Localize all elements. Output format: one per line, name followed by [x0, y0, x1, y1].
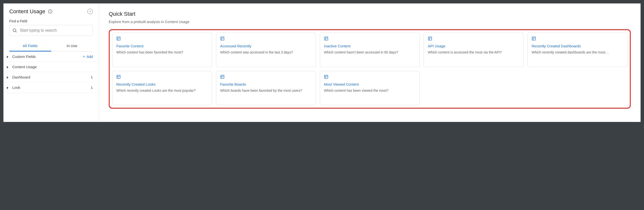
svg-marker-5: [7, 56, 8, 58]
card-title: Most Viewed Content: [324, 82, 416, 87]
card-description: Which content has been favorited the mos…: [116, 50, 208, 55]
svg-marker-9: [7, 76, 8, 79]
svg-marker-8: [7, 66, 8, 68]
field-count: 1: [91, 75, 93, 79]
dashboard-icon: [324, 36, 416, 42]
app-frame: Content Usage Find a Field All Fields In…: [4, 4, 640, 122]
collapse-panel-icon[interactable]: [88, 9, 93, 14]
dashboard-icon: [324, 75, 416, 80]
quick-start-subtitle: Explore from a prebuilt analysis in Cont…: [109, 20, 631, 24]
search-wrap: [9, 25, 93, 36]
dashboard-icon: [220, 36, 312, 42]
caret-icon: [7, 87, 9, 88]
caret-icon: [7, 76, 9, 78]
field-row-custom-fields[interactable]: Custom Fields Add: [4, 52, 99, 62]
quick-start-card[interactable]: Accessed RecentlyWhich content was acces…: [216, 33, 316, 67]
dashboard-icon: [116, 36, 208, 42]
add-custom-field-button[interactable]: Add: [82, 55, 93, 59]
dashboard-icon: [428, 36, 519, 42]
card-description: Which content was accessed in the last 3…: [220, 50, 312, 55]
card-description: Which boards have been favorited by the …: [220, 88, 312, 93]
search-icon: [12, 28, 17, 33]
title-row: Content Usage: [9, 8, 93, 15]
dashboard-icon: [220, 75, 312, 80]
quick-start-card[interactable]: Recently Created DashboardsWhich recentl…: [528, 33, 627, 67]
quick-start-card[interactable]: Favorite BoardsWhich boards have been fa…: [216, 71, 316, 105]
caret-icon: [7, 66, 9, 68]
sidebar-header: Content Usage Find a Field All Fields In…: [4, 4, 99, 52]
card-title: Inactive Content: [324, 44, 416, 49]
field-label: Content Usage: [12, 65, 37, 69]
card-title: Favorite Boards: [220, 82, 312, 87]
svg-rect-14: [221, 37, 224, 40]
quick-start-card[interactable]: API UsageWhich content is accessed the m…: [424, 33, 524, 67]
svg-point-2: [50, 11, 50, 11]
info-icon[interactable]: [48, 9, 53, 14]
field-label: Look: [12, 85, 20, 89]
sidebar: Content Usage Find a Field All Fields In…: [4, 4, 99, 122]
find-field-label: Find a Field: [9, 19, 93, 23]
main-panel: Quick Start Explore from a prebuilt anal…: [99, 4, 640, 122]
tab-all-fields[interactable]: All Fields: [9, 40, 51, 51]
sidebar-tabs: All Fields In Use: [9, 40, 93, 52]
svg-rect-17: [324, 37, 328, 40]
quick-start-card[interactable]: Favorite ContentWhich content has been f…: [112, 33, 212, 67]
svg-point-3: [13, 29, 16, 32]
dashboard-icon: [116, 75, 208, 80]
quick-start-card[interactable]: Recently Created LooksWhich recently cre…: [112, 71, 212, 105]
card-title: Favorite Content: [116, 44, 208, 49]
field-count: 1: [91, 85, 93, 89]
caret-icon: [7, 56, 9, 58]
card-description: Which content is accessed the most via t…: [428, 50, 519, 55]
highlight-frame: Favorite ContentWhich content has been f…: [109, 29, 631, 109]
field-row-content-usage[interactable]: Content Usage: [4, 62, 99, 72]
search-input[interactable]: [9, 25, 93, 36]
plus-icon: [82, 55, 86, 58]
field-label: Dashboard: [12, 75, 30, 79]
svg-rect-29: [221, 75, 224, 78]
cards-grid: Favorite ContentWhich content has been f…: [112, 33, 627, 105]
title-left: Content Usage: [9, 8, 53, 15]
card-title: Accessed Recently: [220, 44, 312, 49]
field-list: Custom Fields Add Content Usage Dashboar…: [4, 52, 99, 122]
card-description: Which content hasn't been accessed in 60…: [324, 50, 416, 55]
svg-rect-32: [324, 75, 328, 78]
svg-line-4: [16, 31, 17, 32]
card-title: Recently Created Looks: [116, 82, 208, 87]
field-row-look[interactable]: Look 1: [4, 82, 99, 93]
tab-in-use[interactable]: In Use: [51, 40, 93, 51]
quick-start-card[interactable]: Inactive ContentWhich content hasn't bee…: [320, 33, 420, 67]
svg-rect-26: [117, 75, 120, 78]
quick-start-card[interactable]: Most Viewed ContentWhich content has bee…: [320, 71, 420, 105]
quick-start-title: Quick Start: [109, 11, 631, 17]
card-description: Which recently created Looks are the mos…: [116, 88, 208, 93]
svg-marker-10: [7, 87, 8, 89]
card-title: Recently Created Dashboards: [532, 44, 623, 49]
svg-rect-20: [428, 37, 432, 40]
card-description: Which content has been viewed the most?: [324, 88, 416, 93]
card-title: API Usage: [428, 44, 519, 49]
field-label: Custom Fields: [12, 54, 36, 59]
card-description: Which recently created dashboards are th…: [532, 50, 623, 55]
svg-rect-23: [532, 37, 536, 40]
page-title: Content Usage: [9, 8, 45, 15]
svg-rect-11: [117, 37, 120, 40]
field-row-dashboard[interactable]: Dashboard 1: [4, 72, 99, 82]
dashboard-icon: [532, 36, 623, 42]
